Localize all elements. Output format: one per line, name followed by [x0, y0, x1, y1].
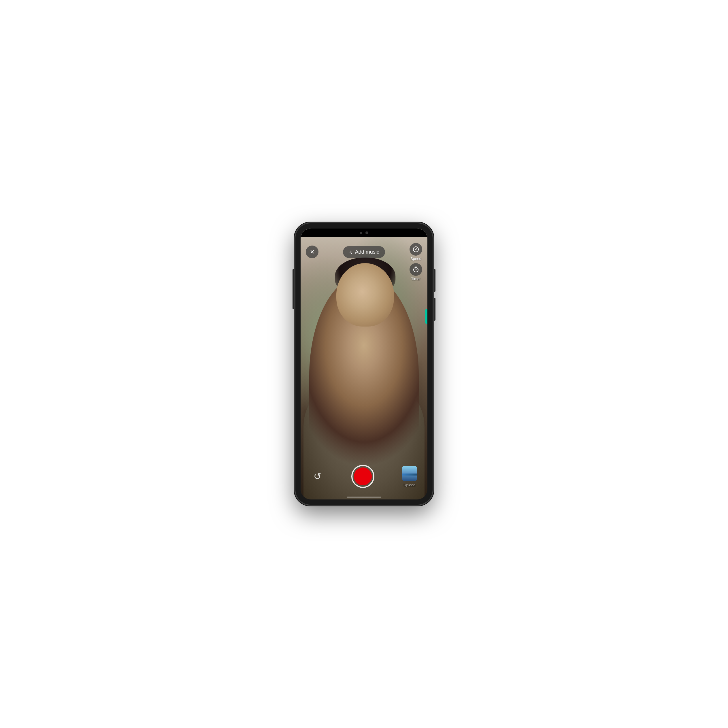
- record-button-inner: [354, 468, 372, 485]
- phone-frame: ✕ ♫ Add music Spe: [295, 223, 433, 505]
- thumb-sky: [402, 466, 417, 474]
- add-music-label: Add music: [355, 249, 379, 255]
- volume-buttons: [292, 269, 294, 309]
- record-button[interactable]: [351, 465, 375, 488]
- top-controls: ✕ ♫ Add music Spe: [301, 240, 427, 264]
- teal-accent: [425, 309, 427, 324]
- timer-control: Timer: [410, 263, 422, 281]
- head-layer: [336, 263, 394, 327]
- upload-button[interactable]: Upload: [402, 466, 417, 487]
- front-camera-dot: [360, 232, 362, 234]
- speed-button[interactable]: [410, 243, 422, 255]
- upload-thumbnail: [402, 466, 417, 481]
- close-button[interactable]: ✕: [306, 246, 318, 258]
- timer-button[interactable]: [410, 263, 422, 276]
- speaker-dot: [366, 231, 368, 234]
- upload-label: Upload: [404, 483, 415, 487]
- speed-label: Speed: [410, 257, 421, 261]
- thumb-water: [402, 476, 417, 481]
- svg-line-2: [416, 248, 417, 249]
- phone-wrapper: ✕ ♫ Add music Spe: [289, 214, 439, 514]
- timer-icon: [412, 266, 419, 273]
- home-indicator: [347, 497, 381, 498]
- add-music-button[interactable]: ♫ Add music: [343, 246, 385, 258]
- flip-camera-button[interactable]: ↺: [311, 470, 324, 483]
- music-note-icon: ♫: [349, 249, 353, 255]
- flip-icon: ↺: [314, 471, 321, 482]
- close-icon: ✕: [310, 249, 315, 255]
- speed-icon: [412, 246, 419, 253]
- camera-view: [301, 229, 427, 499]
- notch-area: [301, 229, 427, 237]
- timer-label: Timer: [411, 277, 421, 281]
- screen: ✕ ♫ Add music Spe: [301, 229, 427, 499]
- bottom-controls: ↺ Upload: [301, 465, 427, 488]
